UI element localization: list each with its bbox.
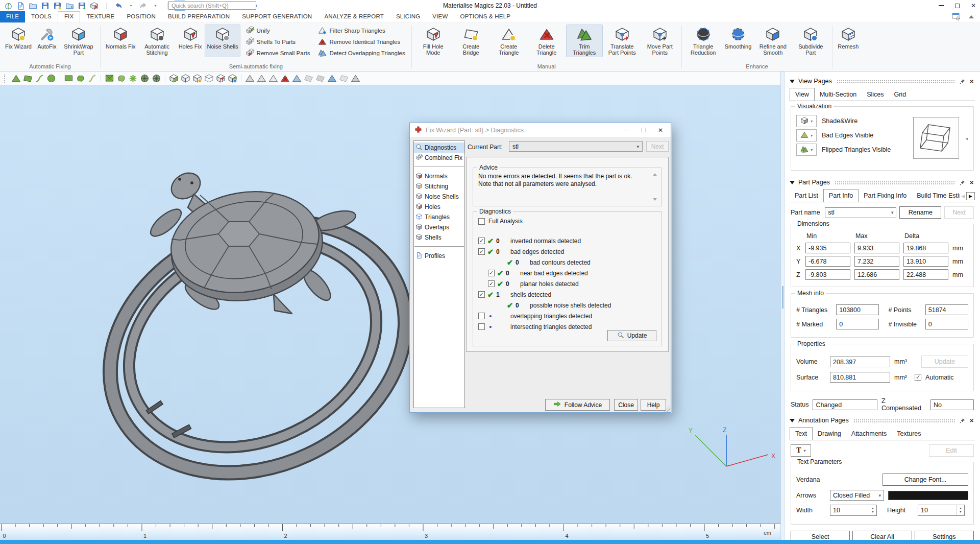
sidebar-item-shells[interactable]: Shells [414, 232, 464, 243]
pin-icon[interactable] [960, 79, 965, 84]
import-part-icon[interactable] [64, 1, 75, 11]
invert-marked-icon[interactable] [227, 73, 238, 85]
sidebar-item-triangles[interactable]: Triangles [414, 212, 464, 222]
orientation-preview[interactable] [913, 117, 959, 159]
status-field[interactable]: Changed [813, 399, 877, 410]
ribbon-button[interactable]: ShrinkWrap Part [60, 25, 97, 57]
ghost-triangle-icon[interactable] [256, 73, 267, 85]
separator[interactable] [239, 73, 243, 85]
min-field[interactable]: -9.935 [805, 243, 850, 253]
sidebar-item-noise-shells[interactable]: Noise Shells [414, 192, 464, 202]
undo-caret-icon[interactable] [126, 1, 136, 11]
collapse-icon[interactable] [790, 419, 795, 422]
save-icon[interactable] [40, 1, 51, 11]
ribbon-button[interactable]: Noise Shells [205, 25, 240, 57]
ribbon-button[interactable]: Move Part Points [642, 25, 678, 57]
delete-marked-icon[interactable] [280, 73, 290, 85]
freeform-selection-icon[interactable] [75, 73, 86, 85]
clear-all-button[interactable]: Clear All [852, 531, 912, 540]
unload-part-icon[interactable] [89, 1, 100, 11]
tab[interactable]: View [790, 88, 815, 101]
tab-scroll-right-icon[interactable]: ▶ [966, 192, 975, 200]
save-as-icon[interactable] [52, 1, 63, 11]
menu-tab[interactable]: SLICING [390, 11, 426, 22]
surface-field[interactable]: 810.881 [830, 372, 890, 383]
diagnostic-checkbox[interactable] [488, 280, 495, 287]
triangles-field[interactable]: 103800 [836, 304, 879, 315]
menu-tab[interactable]: SUPPORT GENERATION [236, 11, 318, 22]
splitter-handle[interactable] [782, 286, 783, 309]
ribbon-button[interactable]: Create Triangle [491, 25, 527, 57]
ribbon-small-button[interactable]: Unify [246, 26, 310, 36]
ribbon-small-button[interactable]: Remove Identical Triangles [318, 37, 405, 47]
ghost-triangle-icon[interactable] [268, 73, 279, 85]
delta-field[interactable]: 13.910 [903, 256, 948, 267]
arrows-select[interactable]: Closed Filled▾ [830, 490, 884, 501]
ribbon-button[interactable]: Delete Triangle [528, 25, 565, 57]
select-connected-icon[interactable] [139, 73, 150, 85]
ribbon-button[interactable]: Fill Hole Mode [415, 25, 452, 57]
redo-caret-icon[interactable] [150, 1, 161, 11]
mark-shell-icon[interactable] [46, 73, 57, 85]
dialog-maximize-icon[interactable] [641, 128, 646, 132]
separator[interactable] [101, 1, 112, 11]
toolbar-grip[interactable] [4, 75, 7, 83]
min-field[interactable]: -9.803 [805, 269, 850, 280]
delta-field[interactable]: 22.488 [903, 269, 948, 280]
edit-button[interactable]: Edit [929, 444, 974, 457]
scroll-down-icon[interactable] [653, 198, 657, 201]
sidebar-item-holes[interactable]: Holes [414, 202, 464, 212]
dialog-title-bar[interactable]: Fix Wizard (Part: stl) > Diagnostics ✕ [410, 123, 671, 137]
delta-field[interactable]: 19.868 [903, 243, 948, 253]
undo-icon[interactable] [113, 1, 124, 11]
ribbon-button[interactable]: Normals Fix [104, 25, 138, 57]
diagnostic-checkbox[interactable] [478, 238, 485, 244]
diagnostic-checkbox[interactable] [478, 291, 485, 298]
scroll-up-icon[interactable] [653, 173, 657, 176]
menu-tab[interactable]: FILE [0, 11, 25, 22]
sidebar-item-profiles[interactable]: Profiles [414, 251, 464, 261]
menu-tab[interactable]: TOOLS [25, 11, 58, 22]
update-button[interactable]: Update [607, 330, 656, 341]
ghost-plane-icon[interactable] [303, 73, 314, 85]
ribbon-button[interactable]: Create Bridge [453, 25, 489, 57]
change-font-button[interactable]: Change Font... [883, 474, 968, 486]
separator[interactable] [163, 73, 167, 85]
minimize-icon[interactable] [939, 5, 944, 6]
window-selection-icon[interactable] [104, 73, 115, 85]
close-icon[interactable]: ✕ [969, 180, 975, 185]
z-compensated-field[interactable]: No [930, 399, 974, 410]
propagate-marking-icon[interactable] [128, 73, 138, 85]
tab[interactable]: Drawing [813, 428, 846, 440]
view-pages-header[interactable]: View Pages ✕ [790, 76, 975, 87]
highlight-triangle-icon[interactable] [327, 73, 337, 85]
tab[interactable]: Attachments [846, 428, 892, 440]
marked-field[interactable]: 0 [836, 319, 879, 329]
height-stepper[interactable]: 10▲▼ [918, 505, 965, 516]
ribbon-button[interactable]: Fix Wizard [3, 25, 34, 51]
collapse-ribbon-icon[interactable] [969, 15, 974, 18]
next-button[interactable]: Next [646, 141, 669, 152]
ribbon-button[interactable]: Automatic Stitching [139, 25, 176, 57]
rename-button[interactable]: Rename [899, 206, 941, 219]
select-region-icon[interactable] [151, 73, 162, 85]
tab[interactable]: Slices [862, 88, 889, 101]
collapse-icon[interactable] [790, 80, 795, 83]
ghost-triangle-icon[interactable] [350, 73, 361, 85]
menu-tab[interactable]: VIEW [426, 11, 454, 22]
ribbon-small-button[interactable]: Remove Small Parts [246, 48, 310, 58]
tab[interactable]: Textures [892, 428, 926, 440]
panel-splitter[interactable] [780, 72, 785, 540]
tab[interactable]: Grid [889, 88, 911, 101]
close-button[interactable]: Close [614, 399, 638, 411]
full-analysis-checkbox[interactable] [478, 218, 485, 225]
follow-advice-button[interactable]: Follow Advice [545, 399, 610, 411]
part-name-select[interactable]: stl▾ [825, 207, 896, 218]
bad-edges-visible[interactable]: ▾ [796, 129, 817, 141]
close-icon[interactable]: ✕ [969, 418, 975, 423]
open-project-icon[interactable] [28, 1, 38, 11]
ghost-plane-icon[interactable] [338, 73, 349, 85]
tab[interactable]: Multi-Section [815, 88, 862, 101]
sidebar-item-stitching[interactable]: Stitching [414, 181, 464, 192]
clear-marked-icon[interactable] [204, 73, 214, 85]
